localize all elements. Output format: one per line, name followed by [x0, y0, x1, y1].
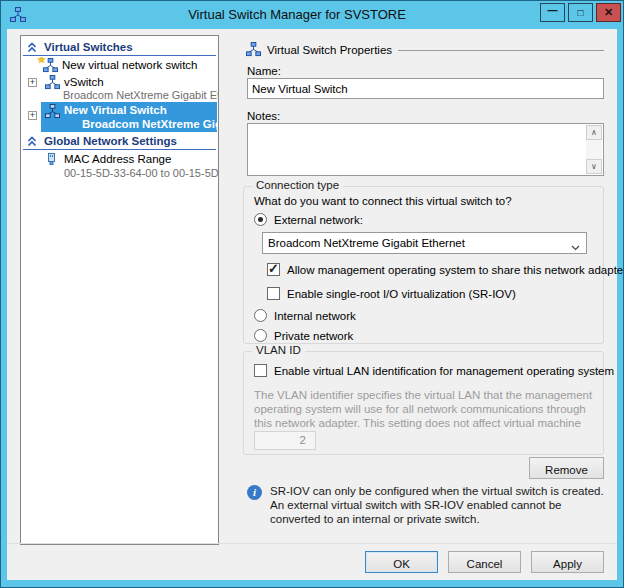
properties-section-header: Virtual Switch Properties	[246, 40, 604, 59]
cancel-button[interactable]: Cancel	[448, 551, 521, 573]
name-label: Name:	[247, 65, 281, 77]
tree-item-new-virtual-network-switch[interactable]: ★ New virtual network switch	[21, 57, 218, 73]
tree-item-label: New virtual network switch	[62, 59, 197, 71]
collapse-icon	[27, 42, 37, 55]
tree-item-subtext: Broadcom NetXtreme Gigabit ...	[82, 118, 219, 130]
minimize-button[interactable]: —	[540, 3, 565, 22]
expand-icon[interactable]: +	[28, 111, 37, 120]
tree-item-label: MAC Address Range	[64, 153, 171, 165]
scroll-down-icon[interactable]: ∨	[586, 159, 602, 174]
dialog-body: Virtual Switches ★ New virtual network s…	[7, 29, 617, 580]
external-network-label[interactable]: External network:	[274, 214, 363, 226]
expand-icon[interactable]: +	[28, 78, 37, 87]
notes-label: Notes:	[247, 110, 280, 122]
tree-section-label: Global Network Settings	[44, 135, 177, 147]
internal-network-label[interactable]: Internal network	[274, 310, 356, 322]
sriov-info-note: SR-IOV can only be configured when the v…	[270, 484, 604, 526]
window-title: Virtual Switch Manager for SVSTORE	[61, 1, 533, 29]
external-network-radio[interactable]	[254, 213, 267, 226]
sriov-checkbox[interactable]	[267, 287, 280, 300]
maximize-icon: □	[577, 7, 583, 18]
check-icon: ✓	[268, 261, 279, 276]
share-adapter-label[interactable]: Allow management operating system to sha…	[287, 264, 624, 276]
scroll-up-icon[interactable]: ∧	[586, 125, 602, 140]
switch-tree: Virtual Switches ★ New virtual network s…	[20, 35, 219, 545]
maximize-button[interactable]: □	[568, 3, 593, 22]
switch-icon	[45, 75, 60, 90]
switch-icon	[45, 104, 60, 121]
section-title: Virtual Switch Properties	[267, 44, 392, 56]
new-switch-icon: ★	[43, 58, 58, 73]
tree-item-label: New Virtual Switch	[64, 104, 167, 116]
name-input[interactable]	[247, 78, 604, 99]
switch-icon	[246, 42, 261, 59]
chevron-down-icon	[571, 241, 580, 253]
tree-item-subtext[interactable]: Broadcom NetXtreme Gigabit Ether...	[21, 89, 218, 102]
close-button[interactable]: ✕	[596, 3, 621, 22]
info-icon: i	[247, 485, 262, 500]
virtual-switch-manager-window: Virtual Switch Manager for SVSTORE — □ ✕…	[0, 0, 624, 588]
remove-button[interactable]: Remove	[529, 457, 604, 479]
vlan-enable-checkbox[interactable]	[254, 364, 267, 377]
network-adapter-dropdown[interactable]: Broadcom NetXtreme Gigabit Ethernet	[262, 232, 587, 254]
notes-scrollbar[interactable]: ∧ ∨	[586, 125, 602, 174]
ok-button[interactable]: OK	[365, 551, 438, 573]
network-adapter-value: Broadcom NetXtreme Gigabit Ethernet	[268, 237, 465, 249]
connection-type-group: Connection type What do you want to conn…	[243, 186, 604, 344]
tree-item-new-virtual-switch-selected[interactable]: + New Virtual Switch Broadcom NetXtreme …	[21, 102, 218, 132]
apply-button[interactable]: Apply	[531, 551, 604, 573]
header-rule	[398, 50, 604, 51]
mac-address-icon	[46, 152, 57, 167]
connection-question: What do you want to connect this virtual…	[254, 195, 512, 207]
vlan-enable-label[interactable]: Enable virtual LAN identification for ma…	[274, 365, 614, 377]
footer-divider	[7, 543, 617, 544]
close-icon: ✕	[604, 6, 613, 19]
private-network-radio[interactable]	[254, 329, 267, 342]
sriov-label[interactable]: Enable single-root I/O virtualization (S…	[287, 288, 516, 300]
notes-input[interactable]: ∧ ∨	[247, 123, 604, 176]
window-controls: — □ ✕	[540, 3, 621, 22]
tree-section-label: Virtual Switches	[44, 41, 133, 53]
vlan-id-group-label: VLAN ID	[252, 344, 305, 356]
private-network-label[interactable]: Private network	[274, 330, 353, 342]
tree-item-label: vSwitch	[64, 76, 104, 88]
app-icon	[10, 7, 26, 23]
tree-section-global-network-settings[interactable]: Global Network Settings	[23, 133, 216, 150]
internal-network-radio[interactable]	[254, 309, 267, 322]
collapse-icon	[27, 136, 37, 149]
tree-item-mac-address-range[interactable]: MAC Address Range	[21, 151, 218, 167]
star-icon: ★	[37, 57, 46, 65]
vlan-id-group: VLAN ID Enable virtual LAN identificatio…	[243, 351, 604, 455]
minimize-icon: —	[548, 5, 558, 16]
tree-section-virtual-switches[interactable]: Virtual Switches	[23, 39, 216, 56]
vlan-id-input: 2	[254, 431, 316, 450]
titlebar[interactable]: Virtual Switch Manager for SVSTORE — □ ✕	[1, 1, 623, 29]
share-adapter-checkbox[interactable]: ✓	[267, 263, 280, 276]
connection-type-group-label: Connection type	[252, 179, 343, 191]
tree-item-subtext[interactable]: 00-15-5D-33-64-00 to 00-15-5D-3...	[21, 167, 218, 180]
tree-item-vswitch[interactable]: + vSwitch	[21, 74, 218, 90]
